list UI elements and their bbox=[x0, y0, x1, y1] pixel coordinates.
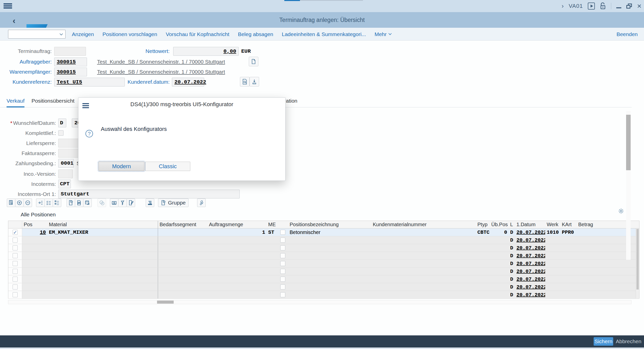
e-checkbox[interactable] bbox=[280, 277, 285, 282]
incoterms-input[interactable]: CPT bbox=[58, 180, 71, 188]
auftraggeber-input[interactable]: 300015 bbox=[54, 57, 87, 66]
toolbar-link-anzeigen[interactable]: Anzeigen bbox=[72, 31, 94, 37]
toolbar-link-positionen-vorschlagen[interactable]: Positionen vorschlagen bbox=[103, 31, 157, 37]
toolbar-link-mehr[interactable]: Mehr bbox=[375, 31, 392, 37]
column-header-ueb_pos[interactable]: Üb.Pos bbox=[490, 221, 509, 228]
column-header-material[interactable]: Material bbox=[47, 221, 158, 228]
cell-text[interactable]: 20.07.2022 bbox=[516, 269, 545, 274]
warenempfaenger-description-link[interactable]: Test_Kunde_SB / Sonnenscheinstr. 1 / 700… bbox=[97, 69, 225, 75]
doc-edit-button[interactable] bbox=[127, 198, 135, 207]
cell-text[interactable]: 20.07.2022 bbox=[516, 245, 545, 251]
doc-availability-button[interactable] bbox=[75, 198, 83, 207]
unlock-icon[interactable] bbox=[600, 2, 606, 10]
table-empty-row[interactable]: D20.07.2022 bbox=[8, 244, 639, 252]
classic-button[interactable]: Classic bbox=[145, 162, 190, 171]
page-scrollbar[interactable] bbox=[626, 111, 631, 260]
row-select-checkbox[interactable] bbox=[13, 261, 18, 266]
e-checkbox[interactable] bbox=[280, 261, 285, 266]
play-icon[interactable] bbox=[588, 3, 595, 10]
display-doc-button[interactable] bbox=[240, 77, 250, 86]
payment-button[interactable] bbox=[110, 198, 118, 207]
auftraggeber-description-link[interactable]: Test_Kunde_SB / Sonnenscheinstr. 1 / 700… bbox=[97, 59, 225, 65]
terminauftrag-input[interactable] bbox=[54, 47, 86, 56]
cell-text[interactable]: 20.07.2022 bbox=[516, 292, 545, 298]
column-header-l[interactable]: L bbox=[509, 221, 515, 228]
toolbar-link-beleg-absagen[interactable]: Beleg absagen bbox=[238, 31, 273, 37]
variant-config-button[interactable] bbox=[118, 198, 127, 207]
cell-text[interactable]: 20.07.2022 bbox=[516, 237, 545, 243]
row-select-checkbox[interactable] bbox=[13, 284, 18, 289]
komplettlief-checkbox[interactable] bbox=[58, 130, 64, 136]
delivery-plan-button[interactable] bbox=[83, 198, 92, 207]
doc-schedule-button[interactable] bbox=[67, 198, 75, 207]
table-empty-row[interactable]: D20.07.2022 bbox=[8, 236, 639, 244]
copy-doc-button[interactable] bbox=[249, 57, 258, 66]
kundenreferenz-input[interactable]: Test UI5 bbox=[54, 78, 125, 86]
column-header-werk[interactable]: Werk bbox=[545, 221, 560, 228]
table-empty-row[interactable]: D20.07.2022 bbox=[8, 275, 639, 283]
page-scrollbar-thumb[interactable] bbox=[626, 115, 631, 170]
table-settings-button[interactable] bbox=[618, 208, 624, 215]
item-detail-button[interactable] bbox=[7, 198, 15, 207]
propose-items-button[interactable] bbox=[36, 198, 45, 207]
column-header-positionsbezeichnung[interactable]: Positionsbezeichnung bbox=[288, 221, 371, 228]
incoterms-ort-input[interactable]: Stuttgart bbox=[58, 190, 240, 198]
help-icon[interactable]: ? bbox=[85, 130, 93, 137]
toolbar-link-vorschau-f-r-kopfnachricht[interactable]: Vorschau für Kopfnachricht bbox=[166, 31, 229, 37]
column-header-auftragsmenge[interactable]: Auftragsmenge bbox=[207, 221, 267, 228]
command-combobox[interactable] bbox=[8, 30, 66, 39]
e-checkbox[interactable] bbox=[280, 245, 285, 250]
item-overview-button[interactable] bbox=[53, 198, 61, 207]
column-header-bedarfssegment[interactable]: Bedarfssegment bbox=[158, 221, 207, 228]
row-select-checkbox[interactable]: ✓ bbox=[13, 230, 18, 235]
table-empty-row[interactable]: D20.07.2022 bbox=[8, 268, 639, 275]
inco-version-input[interactable] bbox=[58, 169, 73, 178]
close-icon[interactable]: × bbox=[637, 2, 641, 10]
e-checkbox[interactable] bbox=[280, 238, 285, 243]
tab-verkauf[interactable]: Verkauf bbox=[7, 97, 24, 107]
column-header-sel[interactable] bbox=[8, 221, 22, 228]
minimize-icon[interactable] bbox=[616, 7, 621, 8]
menu-icon[interactable] bbox=[4, 3, 12, 10]
toolbar-link-ladeeinheiten-summenkategori[interactable]: Ladeeinheiten & Summenkategori... bbox=[282, 31, 366, 37]
select-list-button[interactable] bbox=[44, 198, 53, 207]
row-select-checkbox[interactable] bbox=[13, 292, 18, 297]
e-checkbox[interactable] bbox=[280, 284, 285, 289]
table-empty-row[interactable]: D20.07.2022 bbox=[8, 291, 639, 299]
row-select-checkbox[interactable] bbox=[13, 238, 18, 243]
sort-button[interactable] bbox=[146, 198, 154, 207]
row-select-checkbox[interactable] bbox=[13, 245, 18, 250]
cell-text[interactable]: 20.07.2022 bbox=[516, 284, 545, 290]
column-header-ptyp[interactable]: Ptyp bbox=[476, 221, 490, 228]
cell-text[interactable]: 20.07.2022 bbox=[516, 261, 545, 267]
table-empty-row[interactable]: D20.07.2022 bbox=[8, 260, 639, 268]
cell-text[interactable]: 20.07.2022 bbox=[516, 276, 545, 282]
tab-positionsuebersicht[interactable]: Positionsübersicht bbox=[32, 97, 74, 107]
warenempfaenger-input[interactable]: 300015 bbox=[54, 68, 87, 76]
e-checkbox[interactable] bbox=[280, 269, 285, 274]
table-vertical-scrollbar-thumb[interactable] bbox=[636, 229, 639, 289]
restore-icon[interactable] bbox=[626, 4, 632, 9]
modern-button[interactable]: Modern bbox=[99, 162, 144, 171]
row-select-checkbox[interactable] bbox=[13, 253, 18, 258]
column-header-e[interactable] bbox=[279, 221, 288, 228]
e-checkbox[interactable] bbox=[280, 230, 285, 235]
wrench-button[interactable] bbox=[197, 198, 206, 207]
remove-item-button[interactable] bbox=[23, 198, 32, 207]
signature-button[interactable] bbox=[250, 77, 259, 86]
gruppe-button[interactable]: Gruppe bbox=[158, 198, 189, 207]
save-button[interactable]: Sichern bbox=[594, 337, 613, 346]
exit-button[interactable]: Beenden bbox=[617, 28, 638, 41]
cancel-button[interactable]: Abbrechen bbox=[616, 337, 641, 346]
add-item-button[interactable] bbox=[15, 198, 24, 207]
e-checkbox[interactable] bbox=[280, 292, 285, 297]
table-row[interactable]: ✓10EM_KMAT_MIXER1STBetonmischerCBTC0D20.… bbox=[8, 228, 639, 236]
column-header-me[interactable]: ME bbox=[267, 221, 279, 228]
cell-text[interactable]: 20.07.2022 bbox=[516, 253, 545, 259]
wunschliefdatum-type-input[interactable]: D bbox=[58, 119, 66, 127]
cell-text[interactable]: 20.07.2022 bbox=[516, 229, 545, 235]
zahlungsbeding-input[interactable]: 0001 bbox=[58, 159, 74, 168]
column-header-datum[interactable]: 1.Datum bbox=[515, 221, 545, 228]
table-horizontal-scrollbar-thumb[interactable] bbox=[157, 301, 174, 304]
column-header-kundenmaterialnummer[interactable]: Kundenmaterialnummer bbox=[371, 221, 476, 228]
